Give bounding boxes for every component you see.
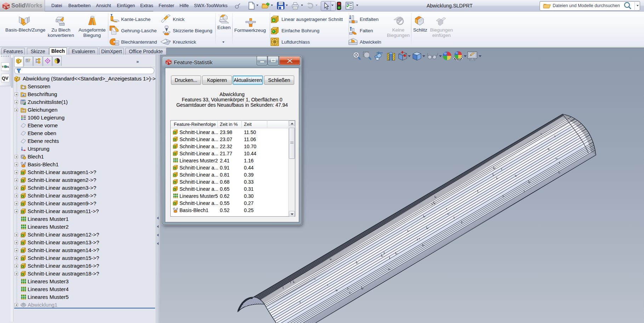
svg-text:TGOL: TGOL xyxy=(2,65,9,68)
svg-text:S: S xyxy=(166,62,168,64)
svg-text:W: W xyxy=(169,61,171,64)
